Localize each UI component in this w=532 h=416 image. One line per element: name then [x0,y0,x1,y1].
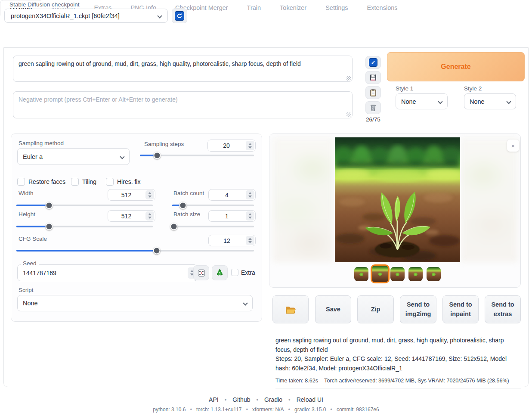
thumbnail-5[interactable] [427,267,441,281]
thumbnail-2-selected[interactable] [371,264,390,283]
send-to-img2img-button[interactable]: Send to img2img [400,295,436,323]
slider-thumb[interactable] [179,202,186,209]
stepper-icon[interactable] [246,236,254,245]
output-gallery: × [269,133,521,288]
restore-faces-label: Restore faces [28,178,65,185]
clear-prompt-button[interactable] [365,101,381,114]
open-folder-button[interactable] [272,295,309,323]
time-taken-text: Time taken: 8.62s [275,378,318,384]
apply-style-button[interactable] [365,86,381,99]
height-label: Height [19,211,35,217]
thumbnail-3[interactable] [390,267,405,281]
negative-prompt-wrap [13,91,353,118]
seed-label: Seed [21,260,39,267]
send-to-inpaint-button[interactable]: Send to inpaint [442,295,479,323]
footer-link-api[interactable]: API [209,396,219,403]
stepper-icon[interactable] [145,190,154,199]
batch-size-slider[interactable] [172,226,254,227]
width-value: 512 [108,192,145,199]
version-gradio: gradio: 3.15.0 [294,407,326,413]
footer-links: API • Github • Gradio • Reload UI [0,396,532,403]
sampling-method-dropdown[interactable]: Euler a [17,148,130,165]
sampling-method-value: Euler a [23,153,43,160]
footer-versions: python: 3.10.6 • torch: 1.13.1+cu117 • x… [0,406,532,413]
slider-thumb[interactable] [46,202,53,209]
generation-info-block: green sapling rowing out of ground, mud,… [272,336,524,388]
version-torch: torch: 1.13.1+cu117 [196,407,242,413]
cfg-scale-input[interactable]: 12 [208,235,256,246]
tab-extensions[interactable]: Extensions [358,0,407,15]
paste-params-button[interactable] [365,56,381,69]
save-button[interactable]: Save [315,295,351,323]
batch-size-label: Batch size [173,211,200,217]
slider-thumb[interactable] [153,152,161,159]
clipboard-icon [369,88,377,97]
tiling-checkbox[interactable] [71,178,79,186]
random-seed-button[interactable] [193,265,209,280]
arrow-down-left-icon [369,58,377,67]
save-style-button[interactable] [365,71,381,84]
sampling-steps-label: Sampling steps [144,141,184,147]
reuse-seed-button[interactable] [212,265,228,280]
tiling-label: Tiling [82,178,96,185]
style1-dropdown[interactable]: None [396,93,448,109]
style1-label: Style 1 [396,85,413,92]
thumbnail-4[interactable] [408,267,423,281]
chevron-down-icon [438,99,442,104]
seed-value: 1441787169 [18,270,187,276]
zip-button[interactable]: Zip [357,295,394,323]
seed-input[interactable]: 1441787169 [17,264,198,281]
extra-seed-label: Extra [241,269,255,276]
stepper-icon[interactable] [145,211,154,220]
script-value: None [23,300,38,307]
stepper-icon[interactable] [246,190,254,199]
sampling-steps-input[interactable]: 20 [207,140,256,152]
batch-size-input[interactable]: 1 [208,210,256,222]
refresh-checkpoints-button[interactable] [172,8,187,23]
close-gallery-button[interactable]: × [507,140,519,152]
slider-thumb[interactable] [170,223,177,230]
stepper-icon[interactable] [246,141,254,150]
cfg-scale-label: CFG Scale [19,236,47,242]
bullet-separator: • [246,406,248,413]
hires-fix-checkbox[interactable] [106,178,114,186]
checkpoint-label: Stable Diffusion checkpoint [7,1,82,8]
checkpoint-dropdown[interactable]: protogenX34OfficialR_1.ckpt [60fe2f34] [4,9,168,23]
script-dropdown[interactable]: None [17,295,253,311]
bullet-separator: • [288,406,290,413]
footer-link-github[interactable]: Github [232,396,250,403]
gallery-side-blur-right [460,137,518,262]
sampling-steps-value: 20 [208,142,245,149]
footer-link-reload-ui[interactable]: Reload UI [297,396,323,403]
restore-faces-checkbox[interactable] [17,178,25,186]
generated-image-preview[interactable] [335,137,460,262]
batch-count-slider[interactable] [172,205,254,206]
chevron-down-icon [157,13,162,18]
footer-link-gradio[interactable]: Gradio [264,396,282,403]
negative-prompt-input[interactable] [13,91,353,118]
style2-dropdown[interactable]: None [464,93,516,109]
width-input[interactable]: 512 [108,189,155,201]
tab-tokenizer[interactable]: Tokenizer [270,0,316,15]
slider-thumb[interactable] [46,223,53,230]
chevron-down-icon [120,154,124,159]
slider-thumb[interactable] [153,247,160,255]
width-slider[interactable] [16,205,153,206]
close-icon: × [511,142,515,149]
token-counter: 26/75 [365,116,381,123]
height-input[interactable]: 512 [108,210,155,222]
prompt-input[interactable]: green sapling rowing out of ground, mud,… [13,56,353,82]
generate-button[interactable]: Generate [387,52,525,81]
stepper-icon[interactable] [246,211,254,220]
send-to-extras-button[interactable]: Send to extras [485,295,521,323]
extra-seed-checkbox[interactable] [231,269,238,276]
style2-label: Style 2 [464,85,482,92]
thumbnail-1[interactable] [354,267,368,281]
cfg-scale-slider[interactable] [16,250,254,251]
style2-value: None [470,98,485,105]
batch-count-input[interactable]: 4 [208,189,256,201]
height-slider[interactable] [16,226,153,227]
sampling-steps-slider[interactable] [140,155,254,156]
tab-train[interactable]: Train [238,0,271,15]
tab-settings[interactable]: Settings [316,0,357,15]
